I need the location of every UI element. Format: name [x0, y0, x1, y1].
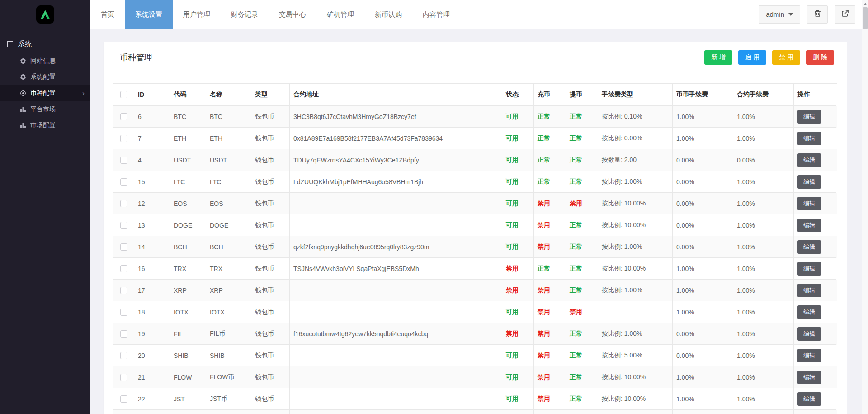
page-scrollbar[interactable]: [862, 0, 868, 414]
bar-chart-icon: [20, 122, 26, 128]
cell-deposit: 正常: [534, 128, 566, 149]
row-checkbox[interactable]: [120, 352, 127, 359]
status-badge: 可用: [506, 373, 519, 381]
edit-button[interactable]: 编辑: [797, 371, 821, 384]
cell-actions: 编辑: [794, 258, 836, 280]
cell-status: 可用: [502, 301, 534, 323]
add-button[interactable]: 新 增: [704, 50, 732, 65]
edit-button[interactable]: 编辑: [797, 153, 821, 167]
row-checkbox[interactable]: [120, 178, 127, 186]
edit-button[interactable]: 编辑: [797, 175, 821, 189]
cell-name: TRX: [206, 258, 251, 280]
cell-fee-type: 按比例: 10.00%: [598, 193, 673, 214]
scrollbar-thumb[interactable]: [863, 7, 868, 29]
edit-button[interactable]: 编辑: [797, 262, 821, 276]
status-badge: 可用: [506, 243, 519, 251]
column-header-actions: 操作: [794, 84, 836, 106]
row-checkbox-cell: [113, 345, 134, 366]
cell-deposit: 正常: [534, 258, 566, 280]
cell-code: LTC: [170, 171, 206, 193]
cell-fee-type: 按比例: 5.00%: [598, 345, 673, 366]
cell-withdraw: 正常: [566, 128, 598, 149]
delete-button[interactable]: 删 除: [806, 50, 834, 65]
row-checkbox[interactable]: [120, 287, 127, 294]
status-badge: 禁用: [538, 200, 550, 208]
row-checkbox[interactable]: [120, 265, 127, 272]
edit-button[interactable]: 编辑: [797, 349, 821, 362]
cell-deposit: 禁用: [534, 214, 566, 236]
edit-button[interactable]: 编辑: [797, 110, 821, 124]
sidebar-item-website-info[interactable]: 网站信息: [0, 53, 90, 69]
row-checkbox[interactable]: [120, 309, 127, 316]
cell-contract-address: TSJNs4VWvkh3oiVYLSqaPfaXgjEBS5DxMh: [290, 258, 502, 280]
sidebar-item-platform-market[interactable]: 平台市场: [0, 101, 90, 117]
status-badge: 禁用: [506, 330, 519, 338]
sidebar-item-label: 系统配置: [30, 73, 56, 81]
edit-button[interactable]: 编辑: [797, 197, 821, 210]
cell-contract-fee: 1.00%: [733, 106, 794, 128]
row-checkbox[interactable]: [120, 157, 127, 164]
tab-home[interactable]: 首页: [90, 0, 125, 29]
edit-button[interactable]: 编辑: [797, 132, 821, 145]
row-checkbox[interactable]: [120, 243, 127, 251]
disable-button[interactable]: 禁 用: [772, 50, 800, 65]
tab-finance-records[interactable]: 财务记录: [221, 0, 269, 29]
table-row: 4USDTUSDT钱包币TDUy7qEWzrnsYA4CXc15YiWy3Ce1…: [113, 149, 837, 171]
chevron-right-icon: ›: [82, 90, 85, 96]
tab-miner-management[interactable]: 矿机管理: [316, 0, 364, 29]
table-row: 21FLOWFLOW币钱包币可用禁用正常按比例: 10.00%1.00%1.00…: [113, 366, 837, 388]
column-header-id: ID: [134, 84, 170, 106]
cell-empty: [794, 410, 836, 414]
row-checkbox-cell: [113, 214, 134, 236]
row-checkbox[interactable]: [120, 113, 127, 120]
sidebar-item-market-config[interactable]: 市场配置: [0, 117, 90, 133]
row-checkbox-cell: [113, 301, 134, 323]
cell-type: 钱包币: [251, 236, 290, 258]
sidebar-item-system-config[interactable]: 系统配置: [0, 69, 90, 85]
cell-contract-address: [290, 301, 502, 323]
brand-logo[interactable]: [36, 5, 54, 24]
tab-content-management[interactable]: 内容管理: [412, 0, 460, 29]
cell-code: XRP: [170, 280, 206, 301]
logout-button[interactable]: [835, 5, 855, 24]
row-checkbox[interactable]: [120, 222, 127, 229]
edit-button[interactable]: 编辑: [797, 219, 821, 232]
cell-code: EOS: [170, 193, 206, 214]
tab-new-coin-subscribe[interactable]: 新币认购: [364, 0, 412, 29]
cell-contract-address: [290, 366, 502, 388]
status-badge: 正常: [570, 134, 582, 143]
row-checkbox[interactable]: [120, 135, 127, 142]
sidebar-item-coin-config[interactable]: 币种配置 ›: [0, 85, 90, 101]
status-badge: 禁用: [538, 373, 550, 381]
edit-button[interactable]: 编辑: [797, 240, 821, 254]
tab-system-settings[interactable]: 系统设置: [125, 0, 173, 29]
cell-name: XRP: [206, 280, 251, 301]
edit-button[interactable]: 编辑: [797, 392, 821, 406]
sidebar-group-system[interactable]: 系统: [0, 35, 90, 53]
edit-button[interactable]: 编辑: [797, 327, 821, 341]
edit-button[interactable]: 编辑: [797, 305, 821, 319]
cell-contract-address: [290, 214, 502, 236]
cell-withdraw: 正常: [566, 366, 598, 388]
tab-user-management[interactable]: 用户管理: [173, 0, 221, 29]
scroll-up-arrow-icon[interactable]: [863, 3, 867, 5]
column-header-coin-fee: 币币手续费: [673, 84, 733, 106]
row-checkbox-cell: [113, 171, 134, 193]
cell-id: 14: [134, 236, 170, 258]
edit-button[interactable]: 编辑: [797, 284, 821, 297]
cell-name: FLOW币: [206, 366, 251, 388]
tab-trade-center[interactable]: 交易中心: [269, 0, 316, 29]
cell-contract-address: TDUy7qEWzrnsYA4CXc15YiWy3Ce1ZBdpfy: [290, 149, 502, 171]
row-checkbox[interactable]: [120, 374, 127, 381]
user-menu-button[interactable]: admin: [759, 5, 800, 24]
row-checkbox[interactable]: [120, 330, 127, 338]
clear-cache-button[interactable]: [807, 5, 828, 24]
status-badge: 正常: [570, 286, 582, 295]
row-checkbox[interactable]: [120, 200, 127, 207]
row-checkbox[interactable]: [120, 395, 127, 403]
cell-contract-address: f16xucotutbmw4tg62yew7kk5nqdbti4euqo4kcb…: [290, 323, 502, 345]
cell-coin-fee: 1.00%: [673, 366, 733, 388]
enable-button[interactable]: 启 用: [738, 50, 766, 65]
select-all-checkbox[interactable]: [120, 91, 127, 98]
cell-status: 可用: [502, 388, 534, 410]
